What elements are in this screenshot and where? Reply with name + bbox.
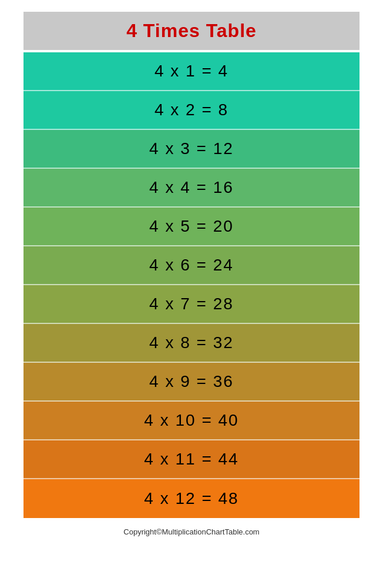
table-row: 4 x 10 = 40 (23, 402, 360, 440)
row-equation: 4 x 2 = 8 (133, 101, 250, 119)
row-equation: 4 x 11 = 44 (133, 450, 250, 469)
table-row: 4 x 8 = 32 (23, 324, 360, 363)
row-equation: 4 x 10 = 40 (133, 411, 250, 430)
table-row: 4 x 12 = 48 (23, 479, 360, 518)
table-row: 4 x 11 = 44 (23, 440, 360, 479)
row-equation: 4 x 8 = 32 (133, 333, 250, 352)
table-row: 4 x 9 = 36 (23, 363, 360, 402)
table-row: 4 x 4 = 16 (23, 169, 360, 208)
row-equation: 4 x 4 = 16 (133, 178, 250, 197)
table-row: 4 x 3 = 12 (23, 130, 360, 169)
row-equation: 4 x 12 = 48 (133, 489, 250, 508)
table-row: 4 x 1 = 4 (23, 52, 360, 91)
row-equation: 4 x 1 = 4 (133, 62, 250, 81)
row-equation: 4 x 7 = 28 (133, 295, 250, 313)
copyright-text: Copyright©MultiplicationChartTable.com (123, 527, 259, 536)
row-equation: 4 x 6 = 24 (133, 256, 250, 275)
row-equation: 4 x 5 = 20 (133, 217, 250, 236)
row-equation: 4 x 9 = 36 (133, 372, 250, 391)
page-title: 4 Times Table (23, 20, 360, 42)
row-equation: 4 x 3 = 12 (133, 139, 250, 158)
title-bar: 4 Times Table (23, 12, 360, 50)
table-row: 4 x 2 = 8 (23, 91, 360, 130)
table-row: 4 x 7 = 28 (23, 285, 360, 324)
table-row: 4 x 6 = 24 (23, 246, 360, 285)
times-table-container: 4 x 1 = 44 x 2 = 84 x 3 = 124 x 4 = 164 … (23, 52, 360, 518)
table-row: 4 x 5 = 20 (23, 208, 360, 246)
